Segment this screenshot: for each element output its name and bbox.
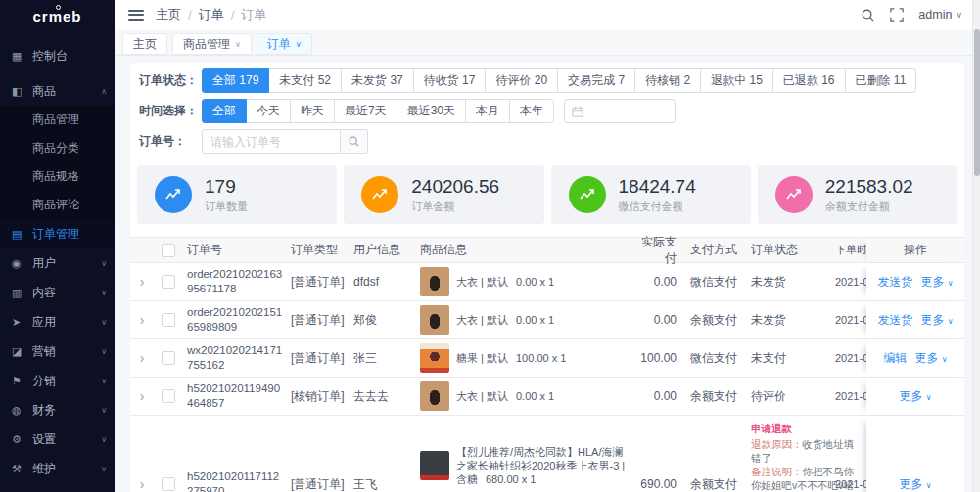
row-checkbox[interactable] (162, 389, 175, 403)
more-button[interactable]: 更多 ∨ (899, 476, 931, 492)
menu-toggle-icon[interactable] (128, 10, 144, 21)
date-range-picker[interactable]: - (564, 99, 676, 123)
fullscreen-icon[interactable] (889, 7, 905, 22)
order-no: wx2021020214171755162 (183, 343, 287, 373)
time-select-label: 时间选择： (139, 103, 202, 119)
status-filter-refunded[interactable]: 已退款 16 (772, 68, 846, 93)
actual-pay: 100.00 (631, 351, 686, 365)
sidebar-item-users[interactable]: ◉ 用户 ∨ (0, 248, 115, 278)
chevron-down-icon: ∨ (956, 10, 962, 20)
status-filter-deleted[interactable]: 已删除 11 (845, 68, 917, 93)
edit-button[interactable]: 编辑 (883, 350, 907, 367)
more-button[interactable]: 更多 ∨ (920, 274, 953, 291)
stat-balance-pay-amount: 221583.02 余额支付金额 (758, 165, 957, 224)
table-row: › h52021020117112275970 [普通订单] 王飞 【烈儿推荐/… (130, 416, 964, 492)
tab-goods-manage[interactable]: 商品管理 ∨ (172, 33, 252, 55)
more-button[interactable]: 更多 ∨ (899, 388, 931, 405)
order-type: [普通订单] (287, 350, 350, 367)
product-item: 糖果 | 默认100.00 x 1 (420, 339, 628, 377)
status-filter-review[interactable]: 待评价 20 (485, 68, 558, 93)
row-checkbox[interactable] (162, 351, 175, 365)
user-name: admin (918, 8, 952, 22)
pay-method: 微信支付 (686, 274, 747, 291)
user-info: dfdsf (350, 275, 416, 289)
time-filter-7days[interactable]: 最近7天 (334, 99, 397, 123)
user-info: 郑俊 (350, 312, 416, 329)
sidebar-item-content[interactable]: ▥ 内容 ∨ (0, 278, 115, 307)
time-filter: 全部 今天 昨天 最近7天 最近30天 本月 本年 (202, 99, 554, 123)
status-filter-all[interactable]: 全部 179 (202, 68, 269, 93)
time-filter-year[interactable]: 本年 (509, 99, 554, 123)
order-status: 未发货 (747, 312, 831, 329)
ship-button[interactable]: 发送货 (877, 312, 912, 329)
product-item: 大衣 | 默认0.00 x 1 (420, 378, 628, 415)
more-button[interactable]: 更多 ∨ (920, 312, 953, 329)
ship-button[interactable]: 发送货 (877, 274, 912, 291)
sidebar-item-goods-category[interactable]: 商品分类 (0, 134, 115, 162)
tab-orders[interactable]: 订单 ∨ (257, 33, 312, 55)
expand-row-icon[interactable]: › (130, 476, 154, 492)
expand-row-icon[interactable]: › (130, 388, 154, 404)
time-filter-30days[interactable]: 最近30天 (397, 99, 466, 123)
time-filter-today[interactable]: 今天 (246, 99, 291, 123)
breadcrumb: 主页 / 订单 / 订单 (156, 6, 266, 23)
expand-row-icon[interactable]: › (130, 350, 154, 366)
time-filter-month[interactable]: 本月 (465, 99, 510, 123)
order-no-input[interactable] (202, 129, 341, 154)
breadcrumb-home[interactable]: 主页 (156, 6, 181, 23)
status-filter-refunding[interactable]: 退款中 15 (700, 68, 773, 93)
more-button[interactable]: 更多 ∨ (914, 350, 947, 367)
page-scrollbar[interactable] (972, 0, 980, 492)
user-info: 张三 (350, 350, 416, 367)
logo-text: crmeb (32, 8, 81, 24)
search-icon[interactable] (860, 7, 875, 22)
expand-row-icon[interactable]: › (130, 274, 154, 290)
chevron-down-icon: ∨ (101, 406, 107, 415)
chevron-down-icon: ∨ (101, 465, 107, 473)
tab-home[interactable]: 主页 (122, 33, 167, 55)
expand-row-icon[interactable]: › (130, 312, 154, 328)
order-status: 未发货 (747, 274, 831, 291)
scrollbar-thumb[interactable] (974, 29, 980, 176)
row-checkbox[interactable] (162, 275, 175, 289)
breadcrumb-orders[interactable]: 订单 (199, 6, 224, 23)
stat-order-count: 179 订单数量 (137, 165, 337, 224)
sidebar-item-apps[interactable]: ➤ 应用 ∨ (0, 307, 115, 336)
sidebar-item-settings[interactable]: ⚙ 设置 ∨ (0, 425, 115, 454)
sidebar-item-marketing[interactable]: ◪ 营销 ∨ (0, 336, 115, 366)
sidebar-item-maintenance[interactable]: ⚒ 维护 ∨ (0, 454, 115, 483)
sidebar-item-goods-manage[interactable]: 商品管理 (0, 106, 115, 134)
sidebar-item-finance[interactable]: ◍ 财务 ∨ (0, 395, 115, 425)
status-filter-receiving[interactable]: 待收货 17 (413, 68, 487, 93)
user-info: 去去去 (350, 388, 416, 405)
sidebar-item-goods-spec[interactable]: 商品规格 (0, 162, 115, 191)
order-status: 待评价 (747, 388, 831, 405)
product-item: 【烈儿推荐/周杰伦同款】HLA/海澜之家长袖针织衫2020秋季上衣男-3 | 含… (420, 441, 628, 490)
sidebar-item-goods-review[interactable]: 商品评论 (0, 191, 115, 219)
search-order-button[interactable] (341, 129, 368, 154)
order-no: order2021020215165989809 (183, 305, 287, 335)
stat-value: 240206.56 (411, 176, 499, 198)
chevron-down-icon: ∨ (101, 347, 107, 356)
status-filter-unshipped[interactable]: 未发货 37 (341, 68, 414, 93)
sidebar-item-dashboard[interactable]: ▦ 控制台 (0, 41, 115, 70)
sidebar-item-goods[interactable]: ◧ 商品 ∧ (0, 76, 115, 106)
sidebar-item-distribution[interactable]: ⚑ 分销 ∨ (0, 366, 115, 395)
status-filter-verify[interactable]: 待核销 2 (634, 68, 701, 93)
actual-pay: 0.00 (631, 313, 686, 327)
stat-value: 179 (205, 176, 248, 198)
status-filter-complete[interactable]: 交易完成 7 (557, 68, 635, 93)
order-type: [普通订单] (287, 476, 350, 492)
row-checkbox[interactable] (162, 477, 175, 491)
orders-table: 订单号 订单类型 用户信息 商品信息 实际支付 支付方式 订单状态 下单时间 操… (130, 237, 964, 492)
search-icon (348, 135, 360, 148)
sidebar-item-order-manage[interactable]: ▤ 订单管理 (0, 219, 115, 248)
time-filter-yesterday[interactable]: 昨天 (290, 99, 335, 123)
status-filter-unpaid[interactable]: 未支付 52 (268, 68, 342, 93)
user-menu[interactable]: admin ∨ (918, 8, 962, 22)
time-filter-all[interactable]: 全部 (202, 99, 247, 123)
order-type: [普通订单] (287, 274, 350, 291)
row-checkbox[interactable] (162, 313, 175, 327)
header-checkbox[interactable] (162, 244, 175, 257)
order-type: [核销订单] (287, 388, 350, 405)
